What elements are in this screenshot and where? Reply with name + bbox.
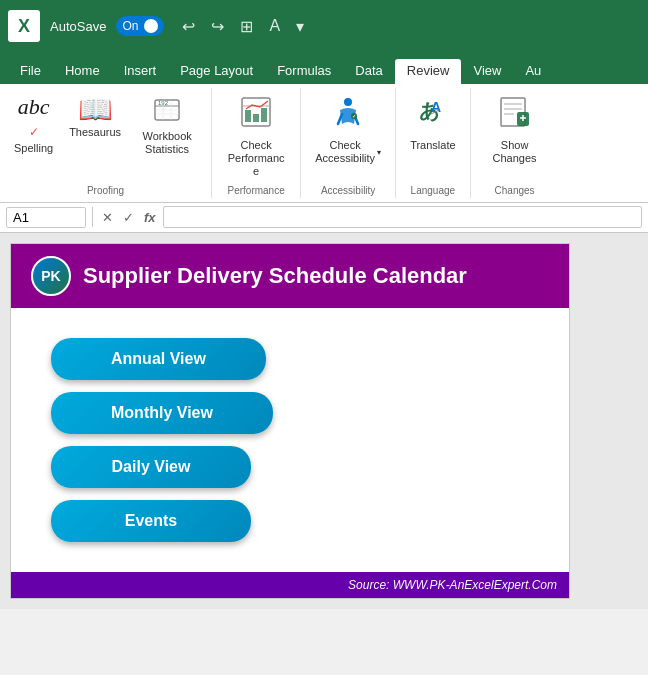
redo-icon[interactable]: ↪ xyxy=(207,15,228,38)
ribbon-tabs: File Home Insert Page Layout Formulas Da… xyxy=(0,52,648,84)
changes-buttons: Show Changes xyxy=(479,90,551,183)
check-performance-label: Check Performance xyxy=(226,139,286,179)
translate-label: Translate xyxy=(410,139,455,152)
performance-group-label: Performance xyxy=(220,183,292,198)
proofing-buttons: abc✓ Spelling 📖 Thesaurus 192 xyxy=(8,90,203,183)
autosave-label: AutoSave xyxy=(50,19,106,34)
translate-button[interactable]: あ A Translate xyxy=(404,92,461,156)
tab-data[interactable]: Data xyxy=(343,59,394,84)
show-changes-label: Show Changes xyxy=(485,139,545,165)
formula-bar: ✕ ✓ fx xyxy=(0,203,648,233)
accessibility-group-label: Accessibility xyxy=(309,183,387,198)
toggle-state-label: On xyxy=(122,19,138,33)
ribbon-content: abc✓ Spelling 📖 Thesaurus 192 xyxy=(0,84,648,203)
sheet-container: PK Supplier Delivery Schedule Calendar A… xyxy=(10,243,570,599)
cancel-formula-icon[interactable]: ✕ xyxy=(99,210,116,225)
sheet-area: PK Supplier Delivery Schedule Calendar A… xyxy=(0,233,648,609)
workbook-stats-label: Workbook Statistics xyxy=(137,130,197,156)
title-bar: X AutoSave On ↩ ↪ ⊞ A ▾ xyxy=(0,0,648,52)
ribbon-group-proofing: abc✓ Spelling 📖 Thesaurus 192 xyxy=(0,88,212,198)
font-color-icon[interactable]: A xyxy=(265,15,284,38)
show-changes-button[interactable]: Show Changes xyxy=(479,92,551,169)
table-icon[interactable]: ⊞ xyxy=(236,15,257,38)
language-buttons: あ A Translate xyxy=(404,90,461,183)
svg-rect-11 xyxy=(261,108,267,122)
workbook-stats-button[interactable]: 192 Workbook Statistics xyxy=(131,92,203,160)
tab-home[interactable]: Home xyxy=(53,59,112,84)
performance-buttons: Check Performance xyxy=(220,90,292,183)
sheet-logo: PK xyxy=(31,256,71,296)
thesaurus-label: Thesaurus xyxy=(69,126,121,139)
check-performance-icon xyxy=(240,96,272,137)
excel-logo: X xyxy=(8,10,40,42)
undo-icon[interactable]: ↩ xyxy=(178,15,199,38)
svg-text:192: 192 xyxy=(158,100,169,106)
cell-reference-input[interactable] xyxy=(6,207,86,228)
spelling-icon: abc✓ xyxy=(18,96,50,140)
spelling-label: Spelling xyxy=(14,142,53,155)
more-icon[interactable]: ▾ xyxy=(292,15,308,38)
sheet-footer-text: Source: WWW.PK-AnExcelExpert.Com xyxy=(348,578,557,592)
tab-view[interactable]: View xyxy=(461,59,513,84)
language-group-label: Language xyxy=(404,183,461,198)
svg-rect-10 xyxy=(253,114,259,122)
accessibility-buttons: ✓ Check Accessibility ▾ xyxy=(309,90,387,183)
ribbon-group-language: あ A Translate Language xyxy=(396,88,470,198)
thesaurus-button[interactable]: 📖 Thesaurus xyxy=(63,92,127,143)
check-accessibility-button[interactable]: ✓ Check Accessibility ▾ xyxy=(309,92,387,169)
check-accessibility-icon: ✓ xyxy=(332,96,364,137)
changes-group-label: Changes xyxy=(479,183,551,198)
sheet-title: Supplier Delivery Schedule Calendar xyxy=(83,263,467,289)
daily-view-button[interactable]: Daily View xyxy=(51,446,251,488)
monthly-view-button[interactable]: Monthly View xyxy=(51,392,273,434)
ribbon-group-changes: Show Changes Changes xyxy=(471,88,559,198)
workbook-stats-icon: 192 xyxy=(153,96,181,128)
check-accessibility-label: Check Accessibility xyxy=(315,139,375,165)
autosave-toggle[interactable]: On xyxy=(116,16,164,36)
sheet-header: PK Supplier Delivery Schedule Calendar xyxy=(11,244,569,308)
proofing-group-label: Proofing xyxy=(8,183,203,198)
events-button[interactable]: Events xyxy=(51,500,251,542)
sheet-logo-text: PK xyxy=(41,268,60,284)
tab-formulas[interactable]: Formulas xyxy=(265,59,343,84)
sheet-buttons: Annual View Monthly View Daily View Even… xyxy=(11,308,569,572)
formula-bar-separator xyxy=(92,207,93,227)
svg-text:✓: ✓ xyxy=(352,113,356,119)
ribbon-group-performance: Check Performance Performance xyxy=(212,88,301,198)
translate-icon: あ A xyxy=(417,96,449,137)
title-bar-icons: ↩ ↪ ⊞ A ▾ xyxy=(178,15,308,38)
svg-point-12 xyxy=(344,98,352,106)
tab-page-layout[interactable]: Page Layout xyxy=(168,59,265,84)
spelling-button[interactable]: abc✓ Spelling xyxy=(8,92,59,159)
show-changes-icon xyxy=(499,96,531,137)
toggle-circle xyxy=(144,19,158,33)
formula-input[interactable] xyxy=(163,206,642,228)
accessibility-dropdown-arrow: ▾ xyxy=(377,148,381,157)
annual-view-button[interactable]: Annual View xyxy=(51,338,266,380)
tab-insert[interactable]: Insert xyxy=(112,59,169,84)
tab-file[interactable]: File xyxy=(8,59,53,84)
check-performance-button[interactable]: Check Performance xyxy=(220,92,292,183)
svg-rect-9 xyxy=(245,110,251,122)
tab-review[interactable]: Review xyxy=(395,59,462,84)
ribbon-group-accessibility: ✓ Check Accessibility ▾ Accessibility xyxy=(301,88,396,198)
thesaurus-icon: 📖 xyxy=(78,96,113,124)
svg-text:A: A xyxy=(431,99,441,115)
sheet-footer: Source: WWW.PK-AnExcelExpert.Com xyxy=(11,572,569,598)
confirm-formula-icon[interactable]: ✓ xyxy=(120,210,137,225)
fx-icon[interactable]: fx xyxy=(141,210,159,225)
tab-au[interactable]: Au xyxy=(513,59,553,84)
